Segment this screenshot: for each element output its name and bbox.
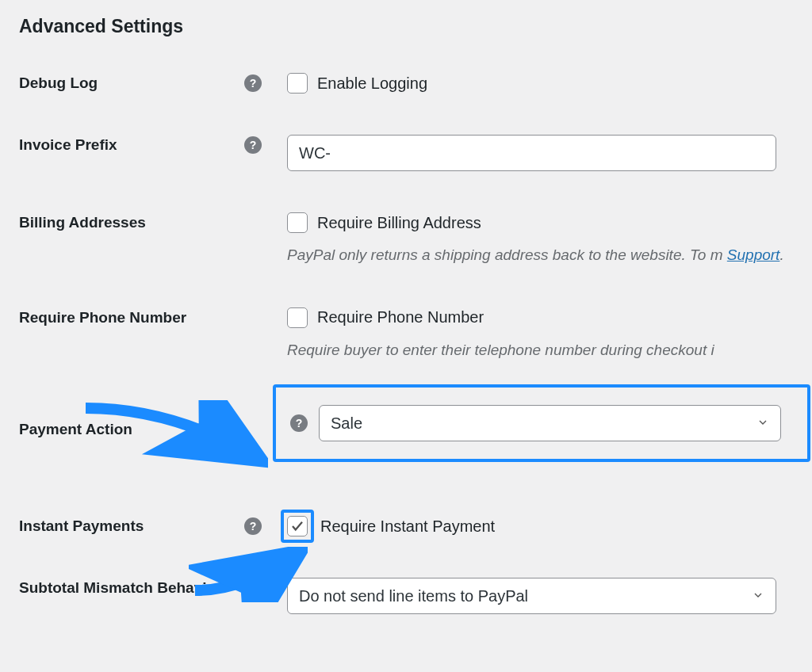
description-billing-addresses: PayPal only returns a shipping address b… <box>287 244 796 266</box>
checkbox-enable-logging[interactable] <box>287 73 308 94</box>
section-heading: Advanced Settings <box>19 16 796 37</box>
checkbox-label: Enable Logging <box>317 74 427 93</box>
row-payment-action: Payment Action ? ? Sale <box>19 402 796 489</box>
chevron-down-icon <box>756 414 769 433</box>
link-support[interactable]: Support <box>727 246 780 263</box>
label-subtotal-mismatch: Subtotal Mismatch Behavior <box>19 579 222 597</box>
checkbox-label: Require Billing Address <box>317 214 481 232</box>
checkbox-require-instant-payment[interactable] <box>287 516 308 536</box>
select-value: Do not send line items to PayPal <box>299 587 528 605</box>
label-require-phone: Require Phone Number <box>19 309 186 326</box>
help-icon[interactable]: ? <box>244 74 262 92</box>
checkbox-label: Require Instant Payment <box>320 517 495 536</box>
description-require-phone: Require buyer to enter their telephone n… <box>287 339 796 361</box>
checkbox-require-phone[interactable] <box>287 307 308 328</box>
row-invoice-prefix: Invoice Prefix ? <box>19 135 796 171</box>
help-icon[interactable]: ? <box>244 579 262 597</box>
highlight-payment-action: ? Sale <box>273 384 810 462</box>
checkbox-require-billing-address[interactable] <box>287 212 308 233</box>
label-payment-action: Payment Action <box>19 421 132 438</box>
row-subtotal-mismatch: Subtotal Mismatch Behavior ? Do not send… <box>19 578 796 614</box>
help-icon[interactable]: ? <box>290 414 308 432</box>
label-instant-payments: Instant Payments <box>19 517 144 535</box>
row-billing-addresses: Billing Addresses ? Require Billing Addr… <box>19 212 796 266</box>
highlight-instant-payment <box>281 510 314 543</box>
select-payment-action[interactable]: Sale <box>319 405 781 441</box>
help-icon[interactable]: ? <box>244 136 262 154</box>
help-icon[interactable]: ? <box>244 517 262 535</box>
label-debug-log: Debug Log <box>19 74 98 92</box>
label-billing-addresses: Billing Addresses <box>19 214 146 231</box>
chevron-down-icon <box>752 587 764 605</box>
row-instant-payments: Instant Payments ? Require Instant Payme… <box>19 516 796 536</box>
row-debug-log: Debug Log ? Enable Logging <box>19 73 796 94</box>
input-invoice-prefix[interactable] <box>287 135 776 171</box>
checkbox-label: Require Phone Number <box>317 308 484 326</box>
select-subtotal-mismatch[interactable]: Do not send line items to PayPal <box>287 578 776 614</box>
label-invoice-prefix: Invoice Prefix <box>19 136 117 154</box>
select-value: Sale <box>331 414 362 433</box>
row-require-phone: Require Phone Number ? Require Phone Num… <box>19 307 796 361</box>
